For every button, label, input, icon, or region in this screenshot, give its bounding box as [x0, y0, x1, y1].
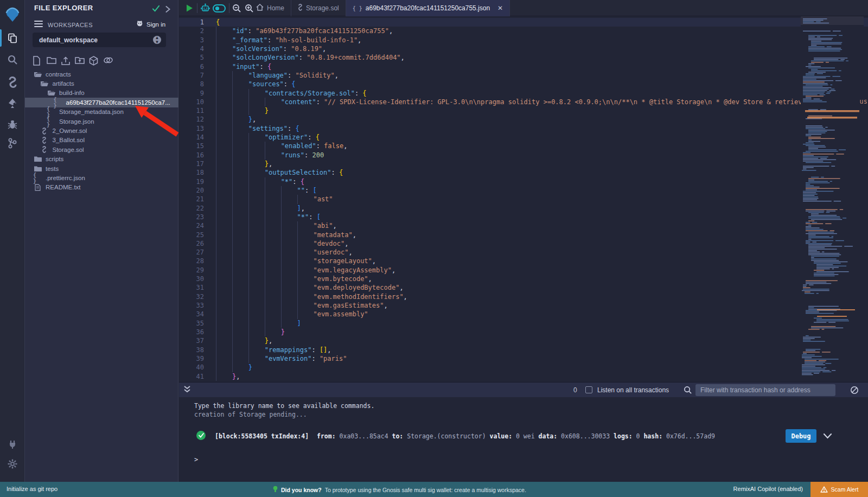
code-line-22[interactable]: 22 ],: [179, 204, 868, 213]
listen-checkbox[interactable]: [585, 386, 592, 393]
workspace-select[interactable]: default_workspace ▲▼: [33, 33, 166, 47]
search-icon[interactable]: [0, 50, 25, 69]
listen-label[interactable]: Listen on all transactions: [597, 386, 669, 394]
zoom-out-icon[interactable]: [232, 0, 241, 16]
workspace-box-icon[interactable]: [89, 56, 98, 66]
settings-icon[interactable]: [0, 455, 25, 473]
tree-item-storage-sol[interactable]: Storage.sol: [25, 145, 178, 154]
expand-tx-icon[interactable]: [823, 431, 832, 442]
code-editor[interactable]: 1{2 "id": "a69b43f277ba20fcac141151250ca…: [179, 16, 868, 382]
plugin-manager-icon[interactable]: [0, 435, 25, 454]
code-line-7[interactable]: 7 "language": "Solidity",: [179, 71, 868, 80]
code-line-39[interactable]: 39 "evmVersion": "paris": [179, 354, 868, 363]
chevron-right-icon[interactable]: [165, 5, 171, 15]
collapse-terminal-icon[interactable]: [183, 385, 191, 396]
code-line-13[interactable]: 13 "settings": {: [179, 124, 868, 133]
code-line-31[interactable]: 31 "evm.deployedBytecode",: [179, 283, 868, 292]
code-line-3[interactable]: 3 "_format": "hh-sol-build-info-1",: [179, 36, 868, 44]
solidity-compiler-icon[interactable]: [0, 73, 25, 92]
code-line-27[interactable]: 27 "userdoc",: [179, 248, 868, 257]
debug-button[interactable]: Debug: [786, 429, 816, 443]
upload-folder-icon[interactable]: [75, 56, 84, 66]
code-line-28[interactable]: 28 "storageLayout",: [179, 257, 868, 265]
remix-logo[interactable]: [0, 5, 25, 24]
code-line-21[interactable]: 21 "ast": [179, 195, 868, 203]
tree-item-tests[interactable]: tests: [25, 164, 178, 173]
code-line-9[interactable]: 9 "contracts/Storage.sol": {: [179, 89, 868, 98]
new-folder-icon[interactable]: [47, 56, 56, 66]
git-init-status[interactable]: Initialize as git repo: [7, 486, 58, 492]
code-line-26[interactable]: 26 "devdoc",: [179, 239, 868, 248]
code-line-14[interactable]: 14 "optimizer": {: [179, 133, 868, 142]
tree-item-2-owner-sol[interactable]: 2_Owner.sol: [25, 126, 178, 135]
tree-item-storage-json[interactable]: { }Storage.json: [25, 117, 178, 126]
code-line-8[interactable]: 8 "sources": {: [179, 80, 868, 88]
code-line-15[interactable]: 15 "enabled": false,: [179, 142, 868, 150]
code-line-37[interactable]: 37 },: [179, 336, 868, 345]
code-line-29[interactable]: 29 "evm.legacyAssembly",: [179, 266, 868, 275]
tab-a69b43f277ba20fcac141151250ca755-json[interactable]: { }a69b43f277ba20fcac141151250ca755.json…: [346, 0, 510, 16]
code-line-1[interactable]: 1{: [179, 18, 868, 27]
code-line-38[interactable]: 38 "remappings": [],: [179, 346, 868, 354]
check-icon[interactable]: [152, 4, 160, 14]
code-line-10[interactable]: 10 "content": "// SPDX-License-Identifie…: [179, 98, 868, 106]
scam-alert-badge[interactable]: Scam Alert: [810, 482, 868, 497]
filter-input[interactable]: [695, 384, 835, 396]
indent-guide: [216, 266, 232, 275]
tab-home[interactable]: Home: [250, 0, 291, 16]
code-line-12[interactable]: 12 },: [179, 115, 868, 124]
code-line-4[interactable]: 4 "solcVersion": "0.8.19",: [179, 44, 868, 53]
indent-guide: [232, 363, 248, 372]
debugger-icon[interactable]: [0, 115, 25, 133]
tree-item-artifacts[interactable]: artifacts: [25, 79, 178, 88]
new-file-icon[interactable]: [33, 56, 42, 66]
ai-toggle-icon[interactable]: [213, 0, 226, 16]
transaction-log[interactable]: [block:5583405 txIndex:4] from: 0xa03...…: [215, 432, 715, 440]
code-line-5[interactable]: 5 "solcLongVersion": "0.8.19+commit.7dd6…: [179, 53, 868, 62]
minimap[interactable]: [801, 16, 864, 382]
code-line-11[interactable]: 11 }: [179, 106, 868, 115]
tree-item-build-info[interactable]: build-info: [25, 88, 178, 98]
link-icon[interactable]: [103, 56, 112, 66]
code-line-30[interactable]: 30 "evm.bytecode",: [179, 275, 868, 283]
code-line-36[interactable]: 36 }: [179, 328, 868, 336]
code-line-24[interactable]: 24 "abi",: [179, 221, 868, 230]
indent-guide: [232, 160, 248, 168]
run-icon[interactable]: [186, 0, 194, 16]
close-tab-icon[interactable]: ✕: [497, 4, 503, 12]
upload-file-icon[interactable]: [61, 56, 70, 66]
code-line-32[interactable]: 32 "evm.methodIdentifiers",: [179, 292, 868, 301]
workspaces-menu-icon[interactable]: [34, 21, 43, 28]
deploy-run-icon[interactable]: [0, 94, 25, 112]
code-line-2[interactable]: 2 "id": "a69b43f277ba20fcac141151250ca75…: [179, 27, 868, 35]
code-line-19[interactable]: 19 "*": {: [179, 177, 868, 186]
sign-in-button[interactable]: Sign in: [136, 20, 165, 28]
code-line-35[interactable]: 35 ]: [179, 319, 868, 328]
code-line-6[interactable]: 6 "input": {: [179, 62, 868, 71]
json-file-icon: { }: [353, 5, 362, 11]
terminal[interactable]: Type the library name to see available c…: [179, 397, 868, 482]
file-explorer-icon[interactable]: [0, 29, 25, 47]
tree-item-scripts[interactable]: scripts: [25, 155, 178, 164]
tree-item-3-ballot-sol[interactable]: 3_Ballot.sol: [25, 136, 178, 145]
search-icon[interactable]: [684, 386, 692, 397]
code-line-20[interactable]: 20 "": [: [179, 186, 868, 195]
code-line-34[interactable]: 34 "evm.assembly": [179, 310, 868, 318]
line-number: 31: [179, 283, 216, 292]
code-line-25[interactable]: 25 "metadata",: [179, 231, 868, 239]
tree-item-contracts[interactable]: contracts: [25, 69, 178, 79]
code-line-33[interactable]: 33 "evm.gasEstimates",: [179, 301, 868, 310]
indent-guide: [265, 301, 281, 310]
code-line-18[interactable]: 18 "outputSelection": {: [179, 168, 868, 177]
ai-assistant-icon[interactable]: [200, 0, 210, 16]
code-line-17[interactable]: 17 },: [179, 160, 868, 168]
code-line-40[interactable]: 40 }: [179, 363, 868, 372]
code-line-16[interactable]: 16 "runs": 200: [179, 151, 868, 160]
git-icon[interactable]: [0, 134, 25, 152]
tab-storage-sol[interactable]: Storage.sol: [291, 0, 346, 16]
tree-item--prettierrc-json[interactable]: { }.prettierrc.json: [25, 173, 178, 182]
clear-filter-icon[interactable]: [850, 386, 859, 397]
tree-item-readme-txt[interactable]: README.txt: [25, 183, 178, 192]
code-line-23[interactable]: 23 "*": [: [179, 213, 868, 221]
code-line-41[interactable]: 41 },: [179, 372, 868, 381]
